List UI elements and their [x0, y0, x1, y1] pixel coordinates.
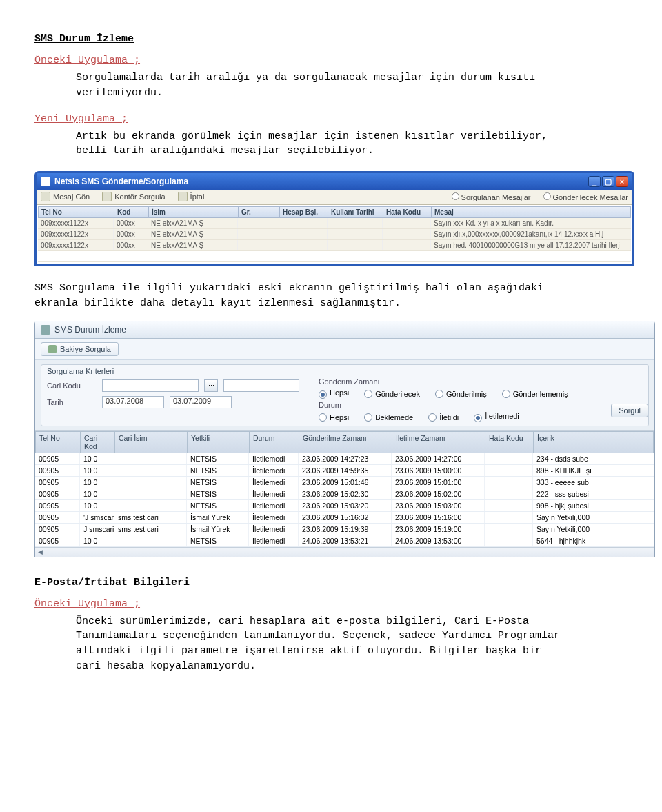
radio-circle-icon	[502, 390, 510, 398]
cell: 10 0	[80, 465, 114, 476]
cell: Sayın hed. 400100000000G13 nı ye all 17.…	[431, 240, 631, 250]
table-row[interactable]: 0090510 0NETSISİletilemedi23.06.2009 15:…	[35, 500, 654, 512]
toolbar-credit-button[interactable]: Kontör Sorgula	[102, 192, 165, 201]
durum-option[interactable]: İletilemedi	[474, 412, 519, 421]
gonderim-option[interactable]: Gönderilmiş	[435, 388, 487, 398]
cell: 000xx	[114, 229, 148, 239]
durum-option[interactable]: İletildi	[428, 412, 459, 422]
cell: 23.06.2009 15:19:00	[392, 524, 485, 535]
cell: 23.06.2009 15:16:00	[392, 512, 485, 523]
col2-iletilme[interactable]: İletilme Zamanı	[392, 432, 485, 453]
toolbar-send-button[interactable]: Mesaj Gön	[41, 192, 90, 201]
cell	[114, 453, 187, 464]
col2-telno[interactable]: Tel No	[36, 432, 81, 453]
new-app-text: Artık bu ekranda görülmek için mesajlar …	[76, 129, 572, 159]
new-title-bar: SMS Durum İzleme	[35, 321, 654, 339]
gonderim-option-label: Gönderilecek	[375, 390, 420, 398]
cell	[328, 229, 383, 239]
col2-yetkili[interactable]: Yetkili	[188, 432, 250, 453]
credit-icon	[102, 192, 112, 201]
toolbar-cancel-button[interactable]: İptal	[178, 192, 205, 201]
col-isim[interactable]: İsim	[149, 207, 239, 217]
col2-hata[interactable]: Hata Kodu	[485, 432, 534, 453]
table-row[interactable]: 0090510 0NETSISİletilemedi23.06.2009 15:…	[35, 488, 654, 500]
minimize-button[interactable]: _	[588, 176, 601, 187]
cell: 333 - eeeee şub	[533, 477, 654, 488]
cari-isim-input[interactable]	[223, 379, 299, 392]
send-icon	[41, 192, 50, 201]
cell: 10 0	[80, 500, 114, 511]
cell	[383, 218, 431, 228]
cell: NE elxxA21MA Ş	[148, 229, 238, 239]
old-window-title: Netsis SMS Gönderme/Sorgulama	[54, 177, 188, 186]
cell: 23.06.2009 15:01:46	[299, 477, 392, 488]
previous-app-text: Sorgulamalarda tarih aralığı ya da sorgu…	[76, 70, 572, 101]
horizontal-scrollbar[interactable]: ◀	[35, 547, 654, 557]
scroll-left-arrow-icon: ◀	[35, 548, 45, 555]
col2-carikod[interactable]: Cari Kod	[81, 432, 115, 453]
cell: NE elxxA21MA Ş	[148, 218, 238, 228]
radio-circle-icon	[474, 414, 482, 422]
col2-cariisim[interactable]: Cari İsim	[115, 432, 188, 453]
sorgula-button[interactable]: Sorgul	[611, 404, 648, 417]
cell: 998 - hjkj şubesi	[533, 500, 654, 511]
radio-circle-icon	[452, 192, 459, 200]
table-row[interactable]: 009xxxxx1122x000xxNE elxxA21MA ŞSayın he…	[38, 240, 631, 251]
close-button[interactable]: ×	[616, 176, 628, 187]
maximize-button[interactable]: ▢	[602, 176, 614, 187]
cell: 00905	[35, 488, 80, 499]
col-gr[interactable]: Gr.	[239, 207, 280, 217]
table-row[interactable]: 0090510 0NETSISİletilemedi23.06.2009 15:…	[35, 477, 654, 488]
cell: 00905	[35, 477, 80, 488]
col2-durum[interactable]: Durum	[250, 432, 299, 453]
col-hata[interactable]: Hata Kodu	[383, 207, 432, 217]
table-row[interactable]: 00905J smscarisms test cariİsmail Yürekİ…	[35, 524, 654, 535]
cari-kodu-lookup-button[interactable]: ⋯	[204, 379, 218, 392]
cell: İletilemedi	[249, 453, 299, 464]
radio-circle-icon	[364, 413, 372, 422]
col-telno[interactable]: Tel No	[39, 207, 114, 217]
table-row[interactable]: 0090510 0NETSISİletilemedi23.06.2009 14:…	[35, 465, 654, 477]
durum-option[interactable]: Beklemede	[364, 412, 413, 422]
cell	[485, 524, 533, 535]
tarih-to-input[interactable]: 03.07.2009	[170, 396, 232, 408]
table-row[interactable]: 0090510 0NETSISİletilemedi23.06.2009 14:…	[35, 453, 654, 465]
new-window-title: SMS Durum İzleme	[54, 325, 126, 335]
col-kullanim[interactable]: Kullanı Tarihi	[328, 207, 383, 217]
gonderim-option[interactable]: Hepsi	[319, 388, 349, 397]
cell: 23.06.2009 15:19:39	[299, 524, 392, 535]
col2-icerik[interactable]: İçerik	[534, 432, 654, 453]
table-row[interactable]: 009xxxxx1122x000xxNE elxxA21MA ŞSayın xx…	[38, 218, 631, 229]
tarih-from-input[interactable]: 03.07.2008	[102, 396, 164, 408]
durum-label: Durum	[319, 401, 393, 409]
cari-kodu-input[interactable]	[102, 379, 199, 392]
radio-circle-icon	[543, 192, 551, 200]
cell: İletilemedi	[249, 500, 299, 511]
table-row[interactable]: 009xxxxx1122x000xxNE elxxA21MA ŞSayın xl…	[38, 229, 631, 240]
balance-query-button[interactable]: Bakiye Sorgula	[41, 342, 119, 356]
radio-queried[interactable]: Sorgulanan Mesajlar	[452, 192, 531, 201]
between-paragraph: SMS Sorgulama ile ilgili yukarıdaki eski…	[34, 281, 586, 311]
app-logo-icon	[41, 325, 50, 335]
cell: sms test cari	[114, 524, 187, 535]
cell: 00905	[35, 512, 80, 523]
cell: İletilemedi	[249, 535, 299, 546]
col-mesaj[interactable]: Mesaj	[432, 207, 630, 217]
toolbar-cancel-label: İptal	[190, 192, 205, 201]
old-app-window: Netsis SMS Gönderme/Sorgulama _ ▢ × Mesa…	[34, 171, 634, 266]
gonderim-option[interactable]: Gönderilememiş	[502, 388, 568, 398]
toolbar-credit-label: Kontör Sorgula	[114, 192, 165, 201]
col-hesap[interactable]: Hesap Bşl.	[280, 207, 328, 217]
table-row[interactable]: 0090510 0NETSISİletilemedi24.06.2009 13:…	[35, 535, 654, 547]
cell: İsmail Yürek	[187, 512, 249, 523]
radio-tosend[interactable]: Gönderilecek Mesajlar	[543, 192, 629, 201]
col-kod[interactable]: Kod	[114, 207, 149, 217]
table-row[interactable]: 00905'J smscarisms test cariİsmail Yürek…	[35, 512, 654, 524]
col2-gonderilme[interactable]: Gönderilme Zamanı	[299, 432, 392, 453]
gonderim-option[interactable]: Gönderilecek	[364, 388, 420, 398]
gonderim-option-label: Gönderilememiş	[513, 390, 568, 398]
cell	[279, 229, 328, 239]
cell: 234 - dsds sube	[533, 453, 654, 464]
durum-option[interactable]: Hepsi	[319, 412, 349, 422]
previous-app-label: Önceki Uygulama ;	[34, 55, 628, 66]
